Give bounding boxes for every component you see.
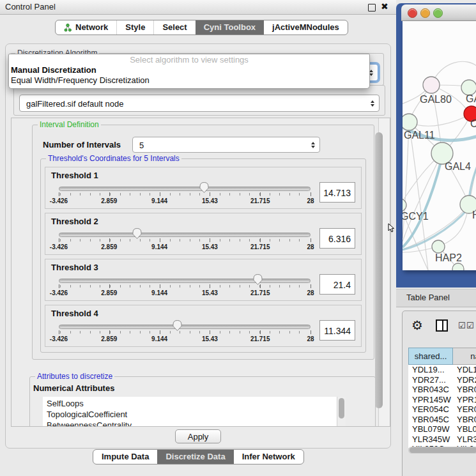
gear-icon[interactable]: ⚙ xyxy=(411,318,423,333)
network-canvas[interactable]: GAL80 GA C GAL11 GAL4 GCY1 H HAP2 xyxy=(403,21,476,270)
close-traffic-light-icon[interactable] xyxy=(408,8,417,18)
column-header-shared-name[interactable]: shared... xyxy=(408,348,453,365)
control-panel-titlebar: Control Panel ✖ xyxy=(0,0,396,15)
column-header-name[interactable]: na xyxy=(453,348,476,365)
table-row[interactable]: YBR043CYBR0 xyxy=(408,385,476,395)
list-scrollbar[interactable] xyxy=(337,397,346,426)
attribute-item[interactable]: SelfLoops xyxy=(47,398,346,409)
table-row[interactable]: YER054CYER0 xyxy=(408,404,476,415)
network-window-titlebar[interactable] xyxy=(401,4,476,21)
group-title: Attributes to discretize xyxy=(35,372,114,381)
table-hscrollbar[interactable] xyxy=(408,447,476,454)
close-icon[interactable]: ✖ xyxy=(381,1,388,12)
settings-scroll-panel: Interval Definition Number of Intervals … xyxy=(11,118,390,427)
group-title: Interval Definition xyxy=(38,120,101,129)
table-cell: YPR145W xyxy=(408,395,453,405)
minimize-traffic-light-icon[interactable] xyxy=(420,8,430,18)
threshold-panel: Threshold 2 -3.4262.8599.14415.4321.7152… xyxy=(45,213,362,255)
attribute-item[interactable]: BetweennessCentrality xyxy=(47,420,346,427)
scrollbar-thumb[interactable] xyxy=(375,132,383,408)
bottom-tabbar: Impute DataDiscretize DataInfer Network xyxy=(93,449,304,464)
table-cell: YBR0 xyxy=(453,385,476,395)
node-table[interactable]: shared... na YDL19...YDL1YDR27...YDR2YBR… xyxy=(408,348,476,448)
network-node xyxy=(423,77,440,93)
slider-track[interactable] xyxy=(59,279,311,283)
scrollbar-thumb[interactable] xyxy=(410,447,476,453)
network-node xyxy=(403,199,406,211)
tick-label: 15.43 xyxy=(202,243,218,250)
number-of-intervals-combobox[interactable]: 5 xyxy=(132,137,320,153)
table-row[interactable]: YLR345WYLR3 xyxy=(408,434,476,445)
table-row[interactable]: YPR145WYPR1 xyxy=(408,395,476,405)
threshold-value-box[interactable]: 11.344 xyxy=(319,320,355,341)
slider-thumb[interactable] xyxy=(252,273,263,286)
tick-label: -3.426 xyxy=(50,335,68,342)
tab-impute-data[interactable]: Impute Data xyxy=(93,450,157,464)
table-cell: YER054C xyxy=(408,404,453,415)
table-cell: YDL19... xyxy=(408,365,453,375)
checkbox-icon[interactable]: ☑ xyxy=(466,321,474,330)
tab-select[interactable]: Select xyxy=(153,20,195,35)
network-window: GAL80 GA C GAL11 GAL4 GCY1 H HAP2 xyxy=(396,3,476,288)
slider-ticks xyxy=(60,193,309,196)
threshold-slider[interactable]: -3.4262.8599.14415.4321.71528 xyxy=(59,319,311,346)
tab-jactivemnodules[interactable]: jActiveMNodules xyxy=(264,20,348,35)
network-node xyxy=(403,114,417,130)
table-cell: YLR3 xyxy=(453,434,476,445)
dropdown-option[interactable]: Equal Width/Frequency Discretization xyxy=(9,75,369,86)
table-data-combobox[interactable]: galFiltered.sif default node xyxy=(19,95,380,112)
threshold-label: Threshold 2 xyxy=(51,217,355,226)
attribute-item[interactable]: TopologicalCoefficient xyxy=(47,409,346,420)
tick-label: -3.426 xyxy=(50,289,68,296)
scrollbar-thumb[interactable] xyxy=(339,398,344,418)
slider-track[interactable] xyxy=(59,325,311,329)
table-row[interactable]: YBR045CYBR0 xyxy=(408,415,476,425)
checkbox-icon[interactable]: ☑ xyxy=(458,321,466,330)
tick-label: 21.715 xyxy=(250,289,270,296)
slider-track[interactable] xyxy=(59,233,311,237)
node-label: H xyxy=(472,210,476,220)
dropdown-options: Manual DiscretizationEqual Width/Frequen… xyxy=(9,65,369,86)
threshold-value-box[interactable]: 14.713 xyxy=(319,182,355,203)
tick-label: 21.715 xyxy=(250,335,270,342)
tick-label: 2.859 xyxy=(101,243,117,250)
table-row[interactable]: YDR27...YDR2 xyxy=(408,375,476,385)
threshold-slider[interactable]: -3.4262.8599.14415.4321.71528 xyxy=(59,181,311,208)
table-row[interactable]: YDL19...YDL1 xyxy=(408,365,476,375)
dropdown-option[interactable]: Manual Discretization xyxy=(9,65,369,75)
table-cell: YDL1 xyxy=(453,365,476,375)
tab-style[interactable]: Style xyxy=(116,20,153,35)
threshold-label: Threshold 4 xyxy=(51,309,355,318)
tick-label: 15.43 xyxy=(202,289,218,296)
threshold-slider[interactable]: -3.4262.8599.14415.4321.71528 xyxy=(59,273,311,300)
split-columns-icon[interactable] xyxy=(436,319,448,332)
threshold-slider[interactable]: -3.4262.8599.14415.4321.71528 xyxy=(59,227,311,254)
table-cell: YDR27... xyxy=(408,375,453,385)
table-cell: YBR0 xyxy=(453,415,476,425)
slider-track[interactable] xyxy=(59,187,311,191)
table-cell: YER0 xyxy=(453,404,476,415)
slider-thumb[interactable] xyxy=(199,181,210,194)
apply-button[interactable]: Apply xyxy=(175,429,221,443)
numerical-attributes-list[interactable]: SelfLoopsTopologicalCoefficientBetweenne… xyxy=(43,397,346,426)
control-panel-tabbar: NetworkStyleSelectCyni ToolboxjActiveMNo… xyxy=(55,20,348,35)
panel-scrollbar[interactable] xyxy=(378,118,390,426)
combo-arrows-icon xyxy=(311,142,315,148)
tick-label: 21.715 xyxy=(250,197,270,204)
slider-thumb[interactable] xyxy=(172,319,183,332)
tab-network[interactable]: Network xyxy=(56,20,116,35)
float-icon[interactable] xyxy=(368,4,376,12)
threshold-label: Threshold 1 xyxy=(51,171,355,180)
node-label: HAP2 xyxy=(435,252,462,263)
tab-discretize-data[interactable]: Discretize Data xyxy=(157,450,233,464)
slider-thumb[interactable] xyxy=(132,227,142,240)
numerical-attributes-label: Numerical Attributes xyxy=(33,383,114,393)
table-panel-titlebar: Table Panel xyxy=(396,289,476,307)
tab-cyni-toolbox[interactable]: Cyni Toolbox xyxy=(196,20,264,35)
tab-infer-network[interactable]: Infer Network xyxy=(234,450,303,464)
dropdown-hint: Select algorithm to view settings xyxy=(9,54,369,65)
threshold-value-box[interactable]: 21.4 xyxy=(319,274,355,295)
threshold-value-box[interactable]: 6.316 xyxy=(319,228,355,249)
table-row[interactable]: YBL079WYBL0 xyxy=(408,424,476,434)
zoom-traffic-light-icon[interactable] xyxy=(433,8,443,18)
